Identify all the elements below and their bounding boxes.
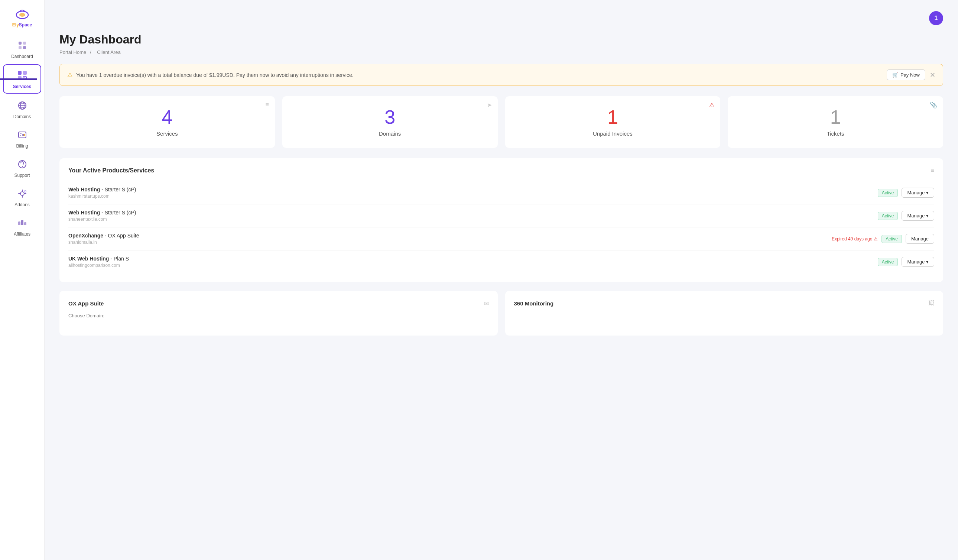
svg-rect-5 — [23, 46, 26, 49]
sidebar-item-dashboard[interactable]: Dashboard — [3, 35, 41, 63]
status-badge: Active — [882, 235, 902, 243]
sidebar-item-affiliates[interactable]: Affiliates — [3, 213, 41, 240]
sidebar-item-support[interactable]: Support — [3, 154, 41, 182]
manage-button[interactable]: Manage ▾ — [901, 257, 934, 267]
service-actions: Active Manage ▾ — [878, 257, 934, 267]
alert-banner: ⚠ You have 1 overdue invoice(s) with a t… — [59, 64, 943, 86]
app-logo: ElySpace — [9, 4, 35, 30]
service-actions: Active Manage ▾ — [878, 211, 934, 221]
manage-button[interactable]: Manage ▾ — [901, 188, 934, 198]
pay-now-button[interactable]: 🛒 Pay Now — [887, 70, 925, 80]
billing-icon — [16, 128, 29, 141]
service-name: Web Hosting - Starter S (cP) — [68, 187, 136, 192]
stat-card-services: ≡ 4 Services — [59, 96, 275, 148]
stat-services-label: Services — [67, 130, 268, 137]
small-card-header: OX App Suite ✉ — [68, 300, 489, 307]
expired-alert-icon: ⚠ — [874, 236, 878, 241]
breadcrumb-home[interactable]: Portal Home — [59, 49, 86, 55]
stat-tickets-label: Tickets — [735, 130, 936, 137]
service-name: UK Web Hosting - Plan S — [68, 255, 129, 262]
svg-rect-4 — [19, 46, 22, 49]
service-info: UK Web Hosting - Plan S allhostingcompar… — [68, 255, 129, 268]
service-domain: shaheentextile.com — [68, 217, 136, 222]
page-title: My Dashboard — [59, 33, 943, 46]
monitoring-card: 360 Monitoring 🖼 — [505, 291, 944, 336]
services-section-title: Your Active Products/Services — [68, 167, 154, 174]
expired-text: Expired 49 days ago ⚠ — [832, 236, 878, 241]
status-badge: Active — [878, 258, 898, 266]
service-domain: shahidmalla.in — [68, 240, 139, 245]
choose-domain-label: Choose Domain: — [68, 313, 489, 319]
stat-invoices-number: 1 — [512, 107, 713, 127]
service-name: OpenXchange - OX App Suite — [68, 233, 139, 239]
services-section-header: Your Active Products/Services ≡ — [68, 167, 934, 174]
svg-rect-27 — [21, 220, 24, 225]
services-section-menu-icon: ≡ — [931, 167, 934, 174]
stat-domains-icon: ➤ — [487, 102, 492, 108]
sidebar-item-dashboard-label: Dashboard — [11, 54, 33, 59]
sidebar-item-services[interactable]: Services — [3, 64, 41, 94]
monitoring-icon: 🖼 — [928, 300, 934, 306]
dashboard-icon — [16, 39, 29, 52]
service-info: Web Hosting - Starter S (cP) kashmirstar… — [68, 187, 136, 199]
sidebar-item-domains[interactable]: Domains — [3, 95, 41, 123]
sidebar-item-domains-label: Domains — [13, 114, 31, 119]
stat-invoices-label: Unpaid Invoices — [512, 130, 713, 137]
app-name: ElySpace — [12, 22, 32, 27]
service-domain: kashmirstartups.com — [68, 194, 136, 199]
sidebar-item-billing-label: Billing — [16, 143, 28, 149]
monitoring-title: 360 Monitoring — [514, 300, 554, 306]
sidebar-item-services-label: Services — [13, 84, 31, 89]
manage-button[interactable]: Manage — [906, 234, 934, 244]
service-row: UK Web Hosting - Plan S allhostingcompar… — [68, 251, 934, 273]
service-info: OpenXchange - OX App Suite shahidmalla.i… — [68, 233, 139, 245]
svg-point-21 — [22, 166, 22, 167]
service-name: Web Hosting - Starter S (cP) — [68, 209, 136, 216]
top-bar: 1 — [59, 11, 943, 25]
stat-card-domains: ➤ 3 Domains — [282, 96, 498, 148]
svg-rect-8 — [23, 71, 27, 75]
manage-button[interactable]: Manage ▾ — [901, 211, 934, 221]
stat-services-icon: ≡ — [265, 102, 268, 108]
svg-point-17 — [22, 134, 24, 136]
cart-icon: 🛒 — [892, 72, 898, 78]
domains-icon — [16, 99, 29, 112]
notification-badge[interactable]: 1 — [929, 11, 943, 25]
stats-grid: ≡ 4 Services ➤ 3 Domains ⚠ 1 Unpaid Invo… — [59, 96, 943, 148]
stat-services-number: 4 — [67, 107, 268, 127]
alert-left: ⚠ You have 1 overdue invoice(s) with a t… — [67, 71, 354, 78]
breadcrumb-current: Client Area — [97, 49, 121, 55]
service-row: Web Hosting - Starter S (cP) shaheentext… — [68, 205, 934, 227]
svg-rect-26 — [18, 222, 21, 225]
service-actions: Expired 49 days ago ⚠ Active Manage — [832, 234, 934, 244]
service-actions: Active Manage ▾ — [878, 188, 934, 198]
breadcrumb: Portal Home / Client Area — [59, 49, 943, 55]
services-section: Your Active Products/Services ≡ Web Host… — [59, 158, 943, 282]
status-badge: Active — [878, 212, 898, 220]
ox-app-suite-card: OX App Suite ✉ Choose Domain: — [59, 291, 498, 336]
service-row: Web Hosting - Starter S (cP) kashmirstar… — [68, 181, 934, 205]
sidebar-item-addons[interactable]: Addons — [3, 183, 41, 211]
stat-domains-label: Domains — [290, 130, 490, 137]
pay-now-label: Pay Now — [901, 72, 920, 78]
services-arrow — [0, 76, 37, 82]
sidebar-item-billing[interactable]: Billing — [3, 124, 41, 152]
stat-card-tickets: 📎 1 Tickets — [728, 96, 943, 148]
svg-rect-2 — [19, 41, 22, 44]
service-row: OpenXchange - OX App Suite shahidmalla.i… — [68, 227, 934, 251]
service-domain: allhostingcomparison.com — [68, 263, 129, 268]
svg-rect-3 — [23, 41, 26, 44]
sidebar-item-addons-label: Addons — [14, 202, 30, 207]
breadcrumb-separator: / — [90, 49, 91, 55]
main-content: 1 My Dashboard Portal Home / Client Area… — [44, 0, 958, 560]
bottom-cards: OX App Suite ✉ Choose Domain: 360 Monito… — [59, 291, 943, 336]
close-alert-button[interactable]: ✕ — [930, 71, 935, 79]
small-card-header: 360 Monitoring 🖼 — [514, 300, 934, 306]
status-badge: Active — [878, 189, 898, 197]
sidebar: ElySpace Dashboard — [0, 0, 44, 560]
svg-rect-6 — [18, 71, 22, 75]
svg-point-22 — [21, 192, 24, 195]
envelope-icon: ✉ — [484, 300, 489, 307]
stat-domains-number: 3 — [290, 107, 490, 127]
affiliates-icon — [16, 216, 29, 230]
